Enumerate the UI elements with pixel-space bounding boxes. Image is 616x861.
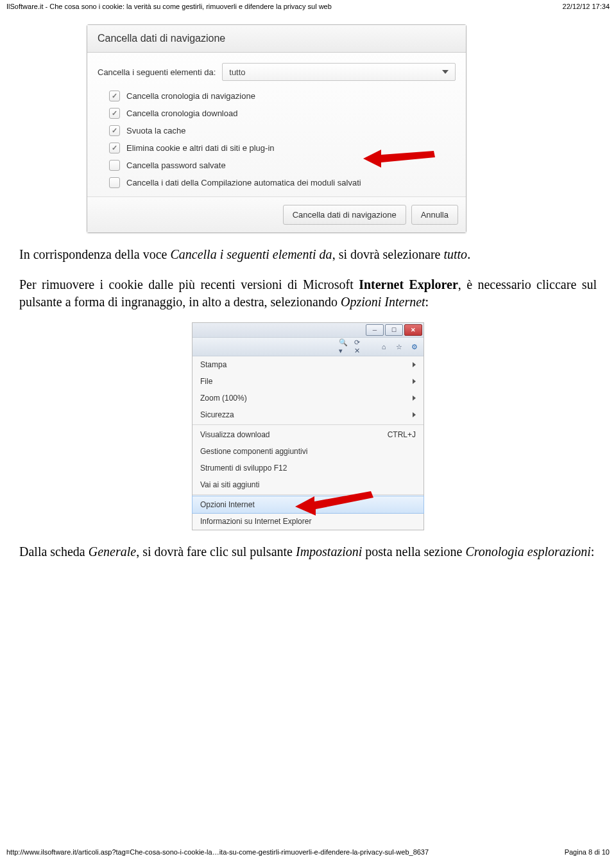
select-value: tutto (229, 67, 245, 77)
submenu-arrow-icon (413, 412, 416, 417)
chrome-clear-data-dialog: Cancella dati di navigazione Cancella i … (87, 24, 466, 233)
checkbox-row[interactable]: ✓Elimina cookie e altri dati di siti e p… (98, 139, 456, 157)
ie-toolbar: 🔍 ▾ ⟳ ✕ ⌂ ☆ ⚙ (193, 337, 424, 356)
submenu-arrow-icon (413, 396, 416, 401)
checkbox-icon: ✓ (109, 91, 120, 101)
header-title: IlSoftware.it - Che cosa sono i cookie: … (6, 3, 332, 10)
cancel-button[interactable]: Annulla (411, 205, 458, 225)
menu-item-security[interactable]: Sicurezza (193, 406, 424, 423)
submenu-arrow-icon (413, 379, 416, 384)
checkbox-row[interactable]: ✓Cancella cronologia di navigazione (98, 87, 456, 105)
menu-item-pinned-sites[interactable]: Vai ai siti aggiunti (193, 476, 424, 493)
checkbox-label: Cancella i dati della Compilazione autom… (126, 178, 361, 187)
menu-separator (193, 494, 424, 495)
gear-icon[interactable]: ⚙ (409, 342, 420, 352)
checkbox-icon (109, 177, 120, 188)
checkbox-icon: ✓ (109, 143, 120, 153)
refresh-icon[interactable]: ⟳ ✕ (354, 342, 364, 352)
ie-window: ─ ☐ ✕ 🔍 ▾ ⟳ ✕ ⌂ ☆ ⚙ Stampa File Zoom (10… (192, 322, 424, 530)
menu-item-about[interactable]: Informazioni su Internet Explorer (193, 513, 424, 530)
favorites-icon[interactable]: ☆ (394, 342, 404, 352)
menu-item-addons[interactable]: Gestione componenti aggiuntivi (193, 443, 424, 460)
minimize-button[interactable]: ─ (366, 324, 384, 336)
search-icon[interactable]: 🔍 ▾ (339, 342, 349, 352)
article-paragraph: Dalla scheda Generale, si dovrà fare cli… (0, 530, 616, 561)
clear-data-button[interactable]: Cancella dati di navigazione (283, 205, 406, 225)
checkbox-icon: ✓ (109, 108, 120, 119)
checkbox-row[interactable]: ✓Svuota la cache (98, 122, 456, 139)
home-icon[interactable]: ⌂ (379, 342, 389, 352)
obliterate-label: Cancella i seguenti elementi da: (98, 67, 216, 77)
time-range-select[interactable]: tutto (222, 63, 456, 81)
chevron-down-icon (442, 70, 449, 74)
menu-item-file[interactable]: File (193, 373, 424, 390)
dialog-title: Cancella dati di navigazione (87, 25, 466, 53)
article-paragraph: In corrispondenza della voce Cancella i … (0, 233, 616, 263)
submenu-arrow-icon (413, 362, 416, 367)
menu-item-zoom[interactable]: Zoom (100%) (193, 390, 424, 406)
maximize-button[interactable]: ☐ (385, 324, 403, 336)
window-titlebar: ─ ☐ ✕ (193, 323, 424, 337)
shortcut-label: CTRL+J (388, 430, 416, 439)
checkbox-label: Elimina cookie e altri dati di siti e pl… (126, 143, 275, 153)
checkbox-icon: ✓ (109, 125, 120, 136)
header-timestamp: 22/12/12 17:34 (563, 3, 610, 10)
menu-item-print[interactable]: Stampa (193, 356, 424, 373)
menu-item-downloads[interactable]: Visualizza downloadCTRL+J (193, 426, 424, 443)
checkbox-label: Cancella password salvate (126, 161, 226, 170)
menu-separator (193, 424, 424, 425)
article-paragraph: Per rimuovere i cookie dalle più recenti… (0, 263, 616, 311)
close-button[interactable]: ✕ (404, 324, 422, 336)
checkbox-row[interactable]: Cancella i dati della Compilazione autom… (98, 174, 456, 191)
checkbox-label: Cancella cronologia di navigazione (126, 91, 255, 101)
menu-item-internet-options[interactable]: Opzioni Internet (192, 496, 424, 514)
ie-tools-menu: Stampa File Zoom (100%) Sicurezza Visual… (193, 356, 424, 530)
checkbox-row[interactable]: Cancella password salvate (98, 157, 456, 174)
checkbox-icon (109, 160, 120, 171)
checkbox-row[interactable]: ✓Cancella cronologia download (98, 105, 456, 122)
checkbox-label: Svuota la cache (126, 126, 186, 135)
menu-item-devtools[interactable]: Strumenti di sviluppo F12 (193, 460, 424, 476)
page-header: IlSoftware.it - Che cosa sono i cookie: … (0, 0, 616, 12)
checkbox-label: Cancella cronologia download (126, 109, 237, 118)
